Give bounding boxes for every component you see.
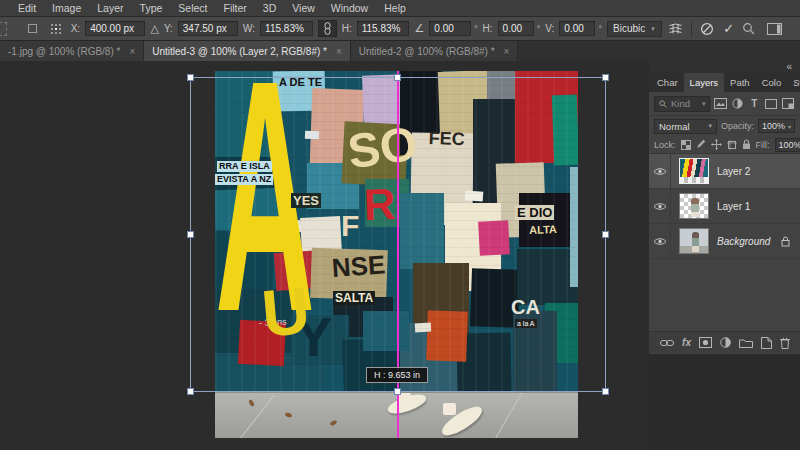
menu-item-edit[interactable]: Edit <box>10 2 44 14</box>
lock-row: Lock: Fill: 100% ▾ <box>649 136 800 154</box>
layer-mask-icon[interactable] <box>699 337 712 348</box>
panel-tab-swa[interactable]: Swa <box>787 73 800 92</box>
menu-item-image[interactable]: Image <box>44 2 89 14</box>
y-position-field[interactable]: 347.50 px <box>178 21 238 36</box>
layer-thumbnail[interactable] <box>679 193 709 219</box>
reference-point-proxy-icon[interactable] <box>28 24 37 33</box>
link-dimensions-icon[interactable] <box>318 20 337 37</box>
layer-name: Layer 1 <box>717 201 750 212</box>
transform-handle-bottom-right[interactable] <box>602 388 609 395</box>
layer-row[interactable]: Layer 2 <box>649 154 800 189</box>
filter-shape-layers-icon[interactable] <box>764 96 778 111</box>
layer-thumbnail[interactable] <box>679 228 709 254</box>
collapse-panel-icon[interactable]: « <box>786 62 792 72</box>
width-scale-field[interactable]: 115.83% <box>260 21 313 36</box>
layer-row[interactable]: Background <box>649 224 800 259</box>
link-layers-icon[interactable] <box>660 339 674 347</box>
rotation-field[interactable]: 0.00 <box>429 21 471 36</box>
document-tab-label: Untitled-2 @ 100% (RGB/8#) * <box>359 46 495 57</box>
delete-layer-icon[interactable] <box>780 337 790 349</box>
lock-label: Lock: <box>654 140 676 150</box>
filter-adjustment-layers-icon[interactable] <box>730 96 744 111</box>
transform-handle-top-middle[interactable] <box>394 74 401 81</box>
warp-mode-icon[interactable] <box>667 20 684 38</box>
document-tab-label: -1.jpg @ 100% (RGB/8) * <box>8 46 120 57</box>
transform-handle-bottom-middle[interactable] <box>394 388 401 395</box>
leaf <box>285 412 293 418</box>
menu-item-select[interactable]: Select <box>170 2 215 14</box>
new-layer-icon[interactable] <box>761 337 772 349</box>
commit-transform-icon[interactable]: ✓ <box>720 20 737 38</box>
close-icon[interactable]: × <box>336 46 342 57</box>
menu-item-3d[interactable]: 3D <box>255 2 284 14</box>
x-position-field[interactable]: 400.00 px <box>85 21 145 36</box>
visibility-eye-icon[interactable] <box>649 189 671 223</box>
menu-item-help[interactable]: Help <box>376 2 414 14</box>
panel-tab-path[interactable]: Path <box>724 73 756 92</box>
cancel-transform-icon[interactable] <box>699 20 716 38</box>
canvas-area[interactable]: A DE TEARRA E ISLAEVISTA A NZSONSEYESRFS… <box>0 61 648 450</box>
opacity-field[interactable]: 100% ▾ <box>758 119 795 133</box>
skew-h-label: H: <box>483 23 493 34</box>
document-tab[interactable]: Untitled-2 @ 100% (RGB/8#) * × <box>351 41 519 61</box>
lock-position-icon[interactable] <box>711 139 722 151</box>
vertical-skew-field[interactable]: 0.00 <box>559 21 595 36</box>
degree-symbol: ° <box>474 24 478 34</box>
document-tab[interactable]: -1.jpg @ 100% (RGB/8) * × <box>0 41 144 61</box>
visibility-eye-icon[interactable] <box>649 154 671 188</box>
layer-name: Layer 2 <box>717 166 750 177</box>
blend-mode-dropdown[interactable]: Normal ▾ <box>654 119 717 134</box>
transform-bounding-box[interactable] <box>190 77 606 392</box>
layer-thumbnail[interactable] <box>679 158 709 184</box>
visibility-eye-icon[interactable] <box>649 224 671 258</box>
layer-lock-icon <box>781 236 790 247</box>
h-label: H: <box>342 23 352 34</box>
menu-item-view[interactable]: View <box>284 2 323 14</box>
close-icon[interactable]: × <box>504 46 510 57</box>
delta-icon[interactable]: △ <box>150 22 158 35</box>
transform-handle-bottom-left[interactable] <box>187 388 194 395</box>
transform-handle-top-left[interactable] <box>187 74 194 81</box>
layer-effects-icon[interactable]: fx <box>682 337 691 348</box>
fill-label: Fill: <box>756 140 770 150</box>
menu-item-window[interactable]: Window <box>323 2 376 14</box>
fill-value: 100% <box>779 140 800 150</box>
panel-tab-colo[interactable]: Colo <box>756 73 788 92</box>
panel-empty-area <box>649 354 800 450</box>
blend-mode-row: Normal ▾ Opacity: 100% ▾ <box>649 116 800 136</box>
layer-row[interactable]: Layer 1 <box>649 189 800 224</box>
filter-pixel-layers-icon[interactable] <box>713 96 727 111</box>
lock-artboard-icon[interactable] <box>727 139 737 151</box>
y-label: Y: <box>164 23 173 34</box>
transform-handle-middle-right[interactable] <box>602 231 609 238</box>
fill-field[interactable]: 100% ▾ <box>775 138 800 152</box>
adjustment-layer-icon[interactable] <box>720 337 731 348</box>
document-tab[interactable]: Untitled-3 @ 100% (Layer 2, RGB/8#) * × <box>144 41 351 61</box>
menu-item-type[interactable]: Type <box>132 2 171 14</box>
panel-tab-layers[interactable]: Layers <box>684 73 725 92</box>
panel-tab-char[interactable]: Char <box>651 73 684 92</box>
reference-point-locator-icon[interactable] <box>50 23 62 35</box>
workspace-switcher-icon[interactable] <box>767 23 782 35</box>
group-layers-icon[interactable] <box>739 338 753 348</box>
menu-item-filter[interactable]: Filter <box>216 2 255 14</box>
lock-transparent-icon[interactable] <box>681 139 691 151</box>
filter-kind-dropdown[interactable]: Kind ▾ <box>654 96 710 112</box>
lock-paint-icon[interactable] <box>696 139 706 151</box>
tool-icon <box>0 22 7 36</box>
close-icon[interactable]: × <box>129 46 135 57</box>
search-icon[interactable] <box>742 22 755 35</box>
transform-handle-middle-left[interactable] <box>187 231 194 238</box>
filter-smart-objects-icon[interactable] <box>781 96 795 111</box>
horizontal-skew-field[interactable]: 0.00 <box>498 21 534 36</box>
interpolation-dropdown[interactable]: Bicubic ▾ <box>607 21 662 37</box>
search-icon <box>659 100 667 108</box>
measurement-tooltip: H : 9.653 in <box>366 367 428 383</box>
menu-item-layer[interactable]: Layer <box>89 2 131 14</box>
transform-handle-top-right[interactable] <box>602 74 609 81</box>
chevron-down-icon: ▾ <box>651 25 655 33</box>
degree-symbol: ° <box>598 24 602 34</box>
lock-all-icon[interactable] <box>742 139 751 151</box>
filter-type-layers-icon[interactable]: T <box>747 96 761 111</box>
height-scale-field[interactable]: 115.83% <box>357 21 410 36</box>
